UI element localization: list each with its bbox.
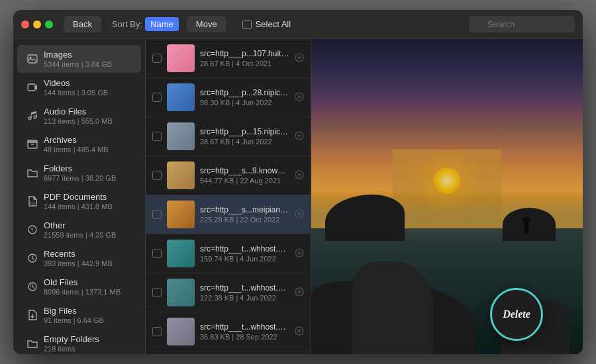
sort-by-label: Sort By: [112,19,142,29]
archive-icon [26,138,38,150]
file-action-icon[interactable] [295,287,304,298]
pdf-icon: PDF [26,195,38,207]
sidebar-item-images-meta: 5344 items | 3.84 GB [44,60,132,68]
file-action-icon[interactable] [295,170,304,181]
sidebar-item-other-meta: 21559 items | 4.20 GB [44,231,132,239]
sidebar: Images 5344 items | 3.84 GB Videos 144 i… [13,39,146,354]
file-thumbnail [167,279,195,306]
sidebar-item-old-name: Old Files [44,277,132,287]
close-button[interactable] [21,21,29,28]
old-files-icon [26,281,38,293]
svg-text:?: ? [31,228,34,232]
svg-text:PDF: PDF [30,202,36,205]
file-thumbnail [167,44,195,72]
file-item[interactable]: src=http___s...9.knowsky.jpg544.77 KB | … [146,156,311,195]
image-icon [26,53,38,65]
file-meta: 28.67 KB | 4 Jun 2022 [200,138,289,146]
sort-area: Sort By: Name [107,17,179,31]
move-button[interactable]: Move [187,16,226,32]
file-name: src=http___p...28.nipic.webp [200,88,289,97]
delete-button[interactable]: Delete [490,288,543,341]
preview-panel: Delete [311,39,583,354]
file-name: src=http___t...whhost.webp [200,283,289,293]
file-item[interactable]: src=http___p...28.nipic.webp98.30 KB | 4… [146,78,311,117]
file-item[interactable]: src=http___t...whhost.webp122.38 KB | 4 … [146,273,311,312]
sidebar-item-folders[interactable]: Folders 6977 items | 38.20 GB [17,159,141,187]
svg-rect-2 [28,55,37,63]
sidebar-item-pdf-meta: 144 items | 431.8 MB [44,203,132,210]
sidebar-item-folders-name: Folders [44,163,132,173]
sidebar-item-other[interactable]: ? Other 21559 items | 4.20 GB [17,216,141,244]
sidebar-item-old-meta: 8096 items | 1373.1 MB [44,288,132,296]
sidebar-item-recents[interactable]: Recents 393 items | 442.9 MB [17,244,141,272]
file-thumbnail [167,318,195,345]
sidebar-item-audio-name: Audio Files [44,107,132,116]
file-item[interactable]: src=http___t...whhost.webp36.83 KB | 28 … [146,312,311,351]
sidebar-item-archives[interactable]: Archives 48 items | 485.4 MB [17,130,141,158]
rock2 [352,261,434,354]
folder-icon [26,167,38,179]
sidebar-item-empty-folders[interactable]: Empty Folders 218 items [17,330,141,354]
file-checkbox[interactable] [152,93,162,102]
maximize-button[interactable] [45,21,53,28]
sidebar-item-big-meta: 91 items | 6.64 GB [44,316,132,324]
file-checkbox[interactable] [152,288,162,297]
file-meta: 159.74 KB | 4 Jun 2022 [200,255,289,263]
sidebar-item-images[interactable]: Images 5344 items | 3.84 GB [17,45,141,73]
file-thumbnail [167,240,195,267]
svg-rect-4 [28,84,35,91]
file-name: src=http___t...whhost.webp [200,244,289,253]
select-all-checkbox[interactable] [242,20,252,29]
file-action-icon[interactable] [295,248,304,259]
file-checkbox[interactable] [152,249,162,258]
search-input[interactable] [469,16,575,32]
sidebar-item-audio[interactable]: Audio Files 113 items | 555.0 MB [17,102,141,130]
file-meta: 225.28 KB | 22 Oct 2022 [200,216,289,224]
file-meta: 544.77 KB | 22 Aug 2021 [200,177,289,185]
recents-icon [26,252,38,264]
sidebar-item-pdf[interactable]: PDF PDF Documents 144 items | 431.8 MB [17,187,141,215]
file-thumbnail [167,201,195,228]
sort-value[interactable]: Name [145,17,179,31]
figure-silhouette [524,221,528,234]
file-meta: 36.83 KB | 28 Sep 2022 [200,333,289,341]
file-thumbnail [167,122,195,150]
video-icon [26,81,38,93]
file-checkbox[interactable] [152,54,162,63]
sidebar-item-big[interactable]: Big Files 91 items | 6.64 GB [17,301,141,329]
file-action-icon[interactable] [295,92,304,103]
file-action-icon[interactable] [295,326,304,338]
file-checkbox[interactable] [152,132,162,141]
sidebar-item-recents-name: Recents [44,249,132,259]
file-action-icon[interactable] [295,209,304,220]
file-action-icon[interactable] [295,53,304,64]
file-meta: 122.38 KB | 4 Jun 2022 [200,294,289,302]
file-thumbnail [167,83,195,111]
file-item[interactable]: src=http___s...meipian.webp225.28 KB | 2… [146,195,311,234]
file-item[interactable]: src=http___p...15.nipic.webp28.67 KB | 4… [146,117,311,156]
file-action-icon[interactable] [295,131,304,142]
file-name: src=http___t...whhost.webp [200,322,289,332]
sidebar-item-audio-meta: 113 items | 555.0 MB [44,117,132,125]
file-checkbox[interactable] [152,171,162,180]
sidebar-item-folders-meta: 6977 items | 38.20 GB [44,174,132,182]
sidebar-item-videos[interactable]: Videos 144 items | 3.05 GB [17,73,141,101]
delete-button-wrapper: Delete [490,288,543,341]
file-item[interactable]: src=http___u...terdesk.webp12.29 KB | 28… [146,351,311,354]
sidebar-item-recents-meta: 393 items | 442.9 MB [44,259,132,267]
back-button[interactable]: Back [64,16,101,32]
file-item[interactable]: src=http___t...whhost.webp159.74 KB | 4 … [146,234,311,273]
file-checkbox[interactable] [152,210,162,219]
big-files-icon [26,309,38,321]
file-meta: 98.30 KB | 4 Jun 2022 [200,99,289,107]
other-icon: ? [26,224,38,236]
title-bar: Back Sort By: Name Move Select All [13,10,583,39]
file-checkbox[interactable] [152,327,162,336]
select-all-label: Select All [256,19,291,29]
minimize-button[interactable] [33,21,41,28]
sidebar-item-old[interactable]: Old Files 8096 items | 1373.1 MB [17,273,141,300]
select-all-area: Select All [242,19,291,29]
audio-icon [26,110,38,122]
sidebar-item-pdf-name: PDF Documents [44,192,132,202]
file-item[interactable]: src=http___p...107.huitu.jpg28.67 KB | 4… [146,39,311,78]
